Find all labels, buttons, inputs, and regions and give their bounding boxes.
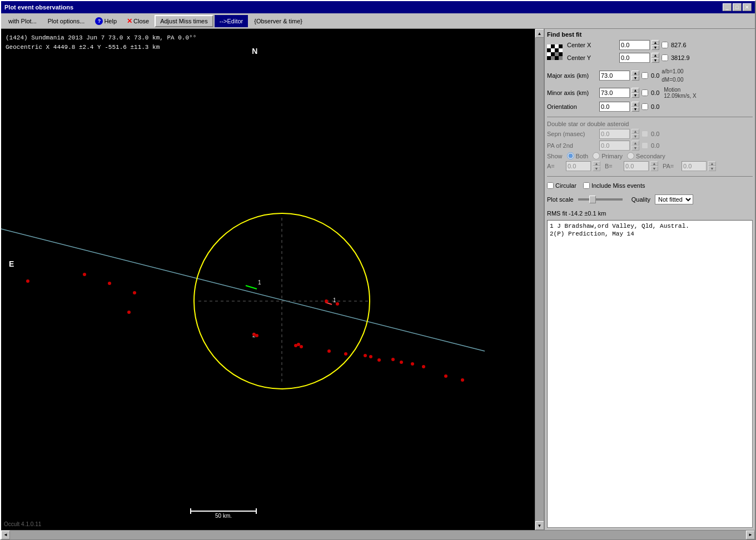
minor-axis-row: Minor axis (km) ▲ ▼ 0.0 Motion 12.09km/s… [547,87,753,99]
obs-item-2: 2(P) Prediction, May 14 [550,231,750,237]
pa-up: ▲ [708,161,716,166]
sepn-spinner: ▲ ▼ [631,129,639,139]
minor-axis-down[interactable]: ▼ [631,93,639,98]
hscroll-right-button[interactable]: ► [746,531,755,539]
help-menu[interactable]: ? Help [91,15,121,27]
svg-text:1: 1 [333,297,336,303]
close-menu[interactable]: ✕ Close [122,15,153,27]
svg-line-0 [1,229,485,351]
show-radio-row: Show Both Primary Secondary [547,152,753,159]
minimize-button[interactable]: _ [723,3,732,11]
show-secondary-radio[interactable] [627,152,634,159]
sepn-down: ▼ [631,134,639,139]
show-primary-label: Primary [601,153,623,159]
quality-label: Quality [631,196,650,203]
show-both-option[interactable]: Both [567,152,589,159]
pa-2nd-spinner: ▲ ▼ [631,141,639,151]
b-down: ▼ [650,166,658,171]
pa-2nd-checkbox-wrap: 0.0 [641,142,659,149]
major-axis-up[interactable]: ▲ [631,71,639,76]
plot-scale-slider-track[interactable] [578,198,623,201]
maximize-button[interactable]: □ [733,3,742,11]
center-y-input[interactable] [619,53,650,63]
observer-time-button[interactable]: {Observer & time} [249,15,307,27]
hscroll-left-button[interactable]: ◄ [1,531,10,539]
close-button[interactable]: ✕ [743,3,752,11]
scroll-down-button[interactable]: ▼ [535,521,544,530]
orientation-up[interactable]: ▲ [631,102,639,107]
svg-point-13 [127,311,131,314]
orientation-down[interactable]: ▼ [631,107,639,112]
adjust-miss-times-button[interactable]: Adjust Miss times [155,15,213,27]
include-miss-option[interactable]: Include Miss events [583,182,645,189]
editor-button[interactable]: -->Editor [215,15,248,27]
dm-value: dM=0.00 [662,76,683,84]
sepn-result: 0.0 [651,131,659,137]
major-axis-down[interactable]: ▼ [631,76,639,81]
circular-checkbox[interactable] [547,182,554,189]
orientation-checkbox[interactable] [641,103,648,110]
center-y-down[interactable]: ▼ [651,58,659,63]
close-label: Close [133,18,149,24]
major-axis-checkbox-wrap: 0.0 [641,72,659,79]
svg-point-16 [327,349,331,353]
major-axis-spinner: ▲ ▼ [631,71,639,81]
sepn-up: ▲ [631,129,639,134]
svg-point-23 [325,299,328,303]
observations-list[interactable]: 1 J Bradshaw,ord Valley, Qld, Austral. 2… [547,220,753,528]
ab-ratio-value: a/b=1.00 [662,67,683,76]
include-miss-checkbox[interactable] [583,182,590,189]
double-star-section: Double star or double asteroid Sepn (mas… [547,121,753,173]
center-x-spinner: ▲ ▼ [651,40,659,50]
a-input [566,161,591,171]
show-primary-option[interactable]: Primary [593,152,623,159]
right-panel: Find best fit Center X 0.0 ▲ [544,29,755,530]
show-secondary-option[interactable]: Secondary [627,152,665,159]
center-x-checkbox[interactable] [662,42,668,48]
pa-input [682,161,707,171]
center-x-up[interactable]: ▲ [651,40,659,45]
hscroll-track[interactable] [10,531,746,539]
pa-2nd-label: PA of 2nd [547,142,597,149]
abc-row: A= ▲ ▼ B= ▲ ▼ PA= ▲ [547,161,753,171]
major-axis-result: 0.0 [651,72,659,79]
center-y-spinner: ▲ ▼ [651,53,659,63]
orientation-input[interactable] [599,102,630,112]
minor-axis-input[interactable] [599,88,630,98]
plot-options-menu[interactable]: Plot options... [43,15,90,27]
plot-scale-slider-thumb[interactable] [589,196,596,203]
orientation-spinner: ▲ ▼ [631,102,639,112]
show-primary-radio[interactable] [593,152,600,159]
minor-axis-result: 0.0 [651,89,659,96]
major-axis-row: Major axis (km) ▲ ▼ 0.0 a/b=1.00 dM=0.00 [547,67,753,84]
plot-scale-row: Plot scale Quality Not fitted Good Poor … [547,194,753,204]
minor-axis-checkbox[interactable] [641,89,648,96]
center-x-down[interactable]: ▼ [651,45,659,50]
major-axis-input[interactable] [599,71,630,81]
center-y-checkbox[interactable] [662,54,668,61]
pa-2nd-down: ▼ [631,146,639,151]
show-both-radio[interactable] [567,152,574,159]
major-axis-checkbox[interactable] [641,72,648,79]
orientation-label: Orientation [547,103,597,110]
center-y-up[interactable]: ▲ [651,53,659,58]
a-spinner: ▲ ▼ [593,161,600,171]
with-plot-menu[interactable]: with Plot... [3,15,42,27]
sepn-row: Sepn (masec) ▲ ▼ 0.0 [547,129,753,139]
svg-line-4 [246,286,257,289]
scroll-up-button[interactable]: ▲ [535,29,544,38]
ab-ratio-display: a/b=1.00 dM=0.00 [662,67,683,84]
scroll-track[interactable] [535,38,544,521]
svg-point-30 [411,362,414,366]
plot-area[interactable]: 1 1 2 [1,29,535,530]
main-window: Plot event observations _ □ ✕ with Plot.… [0,0,756,540]
circular-option[interactable]: Circular [547,182,576,189]
pa-down: ▼ [708,166,716,171]
center-x-input[interactable]: 0.0 [619,40,650,50]
minor-axis-up[interactable]: ▲ [631,88,639,93]
close-x-icon: ✕ [127,17,132,25]
show-both-label: Both [576,153,589,159]
sepn-input [599,129,630,139]
motion-info: Motion 12.09km/s, X [664,87,696,99]
quality-select[interactable]: Not fitted Good Poor Rejected [655,194,693,204]
